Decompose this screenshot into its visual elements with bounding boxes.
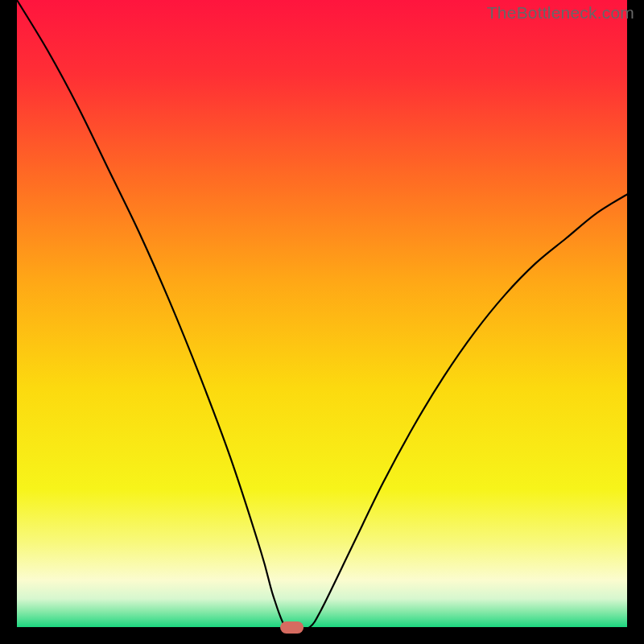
svg-rect-0 (0, 0, 17, 644)
watermark: TheBottleneck.com (487, 3, 634, 23)
svg-rect-3 (17, 0, 627, 627)
svg-rect-2 (0, 627, 644, 644)
bottleneck-chart: TheBottleneck.com (0, 0, 644, 644)
chart-svg (0, 0, 644, 644)
svg-rect-1 (627, 0, 644, 644)
optimal-marker (280, 621, 303, 634)
